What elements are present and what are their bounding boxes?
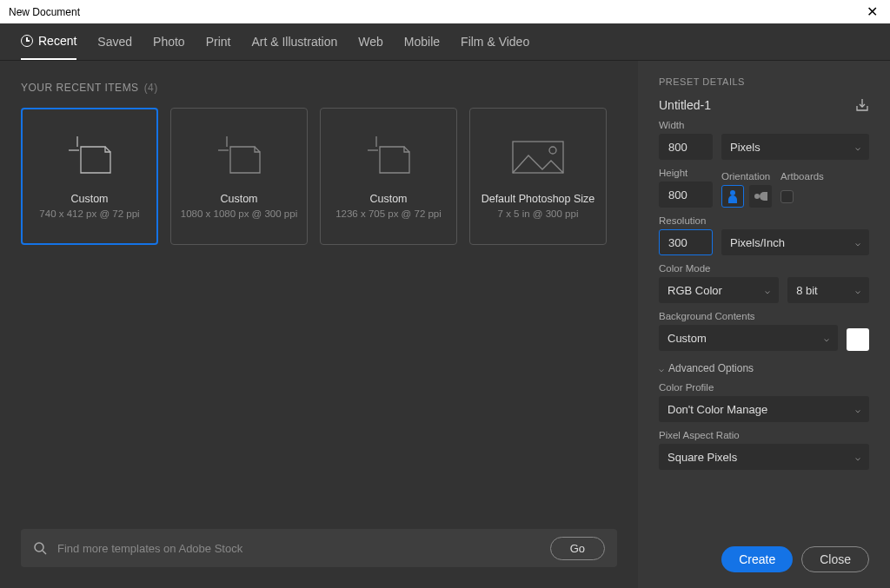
- width-label: Width: [659, 120, 869, 130]
- close-icon[interactable]: ✕: [863, 3, 881, 20]
- search-icon: [33, 541, 47, 555]
- preset-subtitle: 1236 x 705 px @ 72 ppi: [335, 208, 442, 219]
- preset-subtitle: 1080 x 1080 px @ 300 ppi: [181, 208, 297, 219]
- width-input[interactable]: [659, 134, 713, 160]
- orientation-landscape-button[interactable]: [749, 185, 772, 208]
- preset-subtitle: 740 x 412 px @ 72 ppi: [39, 208, 139, 219]
- svg-rect-6: [513, 142, 563, 173]
- colormode-dropdown[interactable]: RGB Color⌵: [659, 277, 779, 303]
- artboards-checkbox[interactable]: [780, 190, 794, 203]
- orientation-portrait-button[interactable]: [721, 185, 744, 208]
- chevron-down-icon: ⌵: [855, 238, 860, 248]
- search-input[interactable]: [57, 542, 540, 555]
- artboards-label: Artboards: [780, 171, 824, 182]
- chevron-down-icon: ⌵: [855, 453, 860, 462]
- par-dropdown[interactable]: Square Pixels⌵: [659, 444, 869, 470]
- tab-recent[interactable]: Recent: [21, 23, 76, 60]
- page-icon: [364, 134, 413, 181]
- bgcontents-dropdown[interactable]: Custom⌵: [659, 325, 838, 351]
- colorprofile-dropdown[interactable]: Don't Color Manage⌵: [659, 396, 869, 422]
- svg-point-10: [730, 190, 735, 195]
- colormode-label: Color Mode: [659, 263, 869, 274]
- par-label: Pixel Aspect Ratio: [659, 430, 869, 440]
- bitdepth-dropdown[interactable]: 8 bit⌵: [787, 277, 869, 303]
- preset-title: Custom: [220, 193, 257, 205]
- close-button[interactable]: Close: [801, 546, 869, 572]
- tab-mobile[interactable]: Mobile: [404, 23, 440, 60]
- colorprofile-label: Color Profile: [659, 382, 869, 393]
- resolution-input[interactable]: [659, 229, 713, 255]
- height-label: Height: [659, 168, 713, 178]
- category-tabs: Recent Saved Photo Print Art & Illustrat…: [0, 23, 890, 61]
- tab-photo[interactable]: Photo: [153, 23, 185, 60]
- title-bar: New Document ✕: [0, 0, 890, 23]
- orientation-label: Orientation: [721, 171, 772, 182]
- svg-point-11: [754, 194, 760, 199]
- tab-saved[interactable]: Saved: [97, 23, 132, 60]
- chevron-down-icon: ⌵: [855, 405, 860, 414]
- chevron-down-icon: ⌵: [765, 286, 770, 295]
- create-button[interactable]: Create: [721, 546, 793, 572]
- page-icon: [65, 134, 114, 181]
- resolution-label: Resolution: [659, 215, 869, 226]
- document-name[interactable]: Untitled-1: [659, 98, 711, 112]
- chevron-down-icon: ⌵: [824, 334, 829, 343]
- save-preset-icon[interactable]: [855, 98, 869, 112]
- window-title: New Document: [9, 6, 80, 18]
- chevron-down-icon: ⌵: [855, 286, 860, 295]
- page-icon: [215, 134, 263, 181]
- tab-print[interactable]: Print: [206, 23, 231, 60]
- svg-line-9: [43, 551, 46, 554]
- tab-film-video[interactable]: Film & Video: [461, 23, 529, 60]
- clock-icon: [21, 35, 33, 47]
- svg-point-7: [549, 147, 556, 154]
- preset-card[interactable]: Custom 1080 x 1080 px @ 300 ppi: [170, 108, 308, 245]
- preset-title: Default Photoshop Size: [482, 193, 595, 205]
- resolution-unit-dropdown[interactable]: Pixels/Inch⌵: [721, 229, 869, 255]
- preset-subtitle: 7 x 5 in @ 300 ppi: [498, 208, 579, 219]
- preset-title: Custom: [70, 193, 108, 205]
- section-label: YOUR RECENT ITEMS (4): [21, 82, 617, 94]
- preset-card[interactable]: Default Photoshop Size 7 x 5 in @ 300 pp…: [469, 108, 607, 245]
- stock-search-bar: Go: [21, 529, 617, 567]
- tab-art-illustration[interactable]: Art & Illustration: [251, 23, 337, 60]
- panel-header: PRESET DETAILS: [659, 76, 869, 87]
- go-button[interactable]: Go: [550, 537, 605, 560]
- width-unit-dropdown[interactable]: Pixels⌵: [721, 134, 869, 160]
- recent-items-grid: Custom 740 x 412 px @ 72 ppi Custom 1080…: [21, 108, 617, 245]
- advanced-options-toggle[interactable]: ⌵ Advanced Options: [659, 362, 869, 374]
- presets-panel: YOUR RECENT ITEMS (4) Custom 740 x 412 p…: [0, 61, 638, 588]
- image-icon: [508, 134, 568, 181]
- tab-web[interactable]: Web: [358, 23, 383, 60]
- svg-point-8: [35, 543, 43, 552]
- preset-card[interactable]: Custom 1236 x 705 px @ 72 ppi: [320, 108, 457, 245]
- bgcontents-label: Background Contents: [659, 311, 869, 321]
- height-input[interactable]: [659, 182, 713, 208]
- chevron-down-icon: ⌵: [659, 364, 664, 373]
- chevron-down-icon: ⌵: [855, 142, 860, 152]
- preset-title: Custom: [369, 193, 407, 205]
- preset-card[interactable]: Custom 740 x 412 px @ 72 ppi: [21, 108, 158, 245]
- preset-details-panel: PRESET DETAILS Untitled-1 Width Pixels⌵ …: [638, 61, 890, 588]
- bg-color-swatch[interactable]: [847, 328, 869, 351]
